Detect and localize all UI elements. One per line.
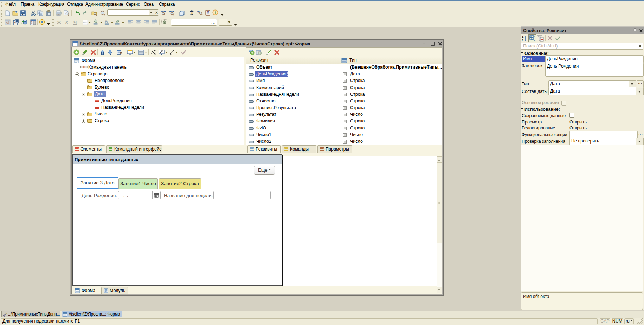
svg-text:A: A <box>522 36 524 39</box>
svg-text:A: A <box>105 19 108 24</box>
svg-text:Z: Z <box>522 39 523 42</box>
